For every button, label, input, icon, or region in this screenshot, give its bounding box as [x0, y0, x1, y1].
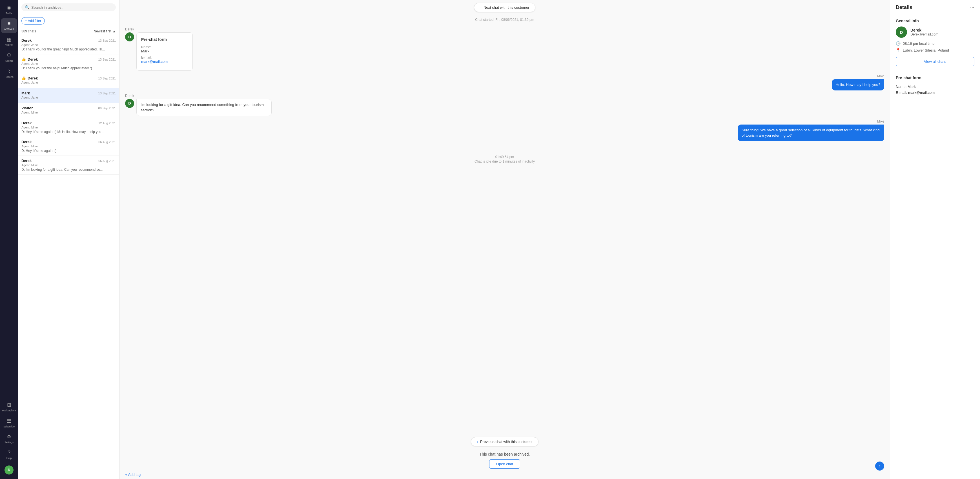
search-container: 🔍	[18, 0, 119, 15]
next-chat-button[interactable]: ↑ Next chat with this customer	[474, 3, 535, 12]
pc-email-label: E-mail:	[896, 91, 907, 95]
chat-item-agent: Agent: Jane	[21, 96, 116, 99]
chat-list-item[interactable]: Derek06 Aug 2021Agent: MikeD: Hey, It's …	[18, 137, 119, 156]
archive-panel: 🔍 + Add filter 389 chats Newest first ▲ …	[18, 0, 119, 479]
search-box[interactable]: 🔍	[21, 3, 116, 11]
traffic-icon: ◉	[7, 5, 11, 11]
chat-item-name: Mark	[21, 91, 30, 95]
chat-item-date: 13 Sep 2021	[98, 58, 116, 61]
chat-item-date: 13 Sep 2021	[98, 39, 116, 42]
chat-list-item[interactable]: Derek06 Aug 2021Agent: MikeD: I'm lookin…	[18, 156, 119, 175]
pre-chat-form-section: Pre-chat form Name: Mark E-mail: mark@ma…	[890, 71, 980, 102]
chat-count: 389 chats	[21, 29, 36, 33]
idle-time: 01:49:54 pm	[495, 155, 514, 159]
message-group-prechat: Derek D Pre-chat form Name: Mark E-mail:…	[125, 27, 884, 71]
filter-row: + Add filter	[18, 15, 119, 27]
nav-label-subscribe: Subscribe	[3, 425, 15, 428]
nav-item-archives[interactable]: ≡ Archives	[1, 18, 17, 33]
chat-list-item[interactable]: 👍Derek13 Sep 2021Agent: Jane	[18, 73, 119, 88]
nav-label-settings: Settings	[5, 441, 14, 444]
chat-item-preview: D: Thank you for the great help! Much ap…	[21, 47, 106, 51]
left-navigation: ◉ Traffic ≡ Archives ▦ Tickets ⚇ Agents …	[0, 0, 18, 479]
chat-main: ↑ Next chat with this customer Chat star…	[119, 0, 890, 479]
scroll-up-button[interactable]: ↑	[875, 461, 884, 471]
derek-msg1-bubble: I'm looking for a gift idea. Can you rec…	[136, 99, 272, 116]
chat-item-date: 12 Aug 2021	[98, 121, 116, 125]
prev-chat-button[interactable]: ↓ Previous chat with this customer	[471, 437, 539, 446]
user-info-row: D Derek Derek@email.com	[896, 27, 974, 38]
nav-item-tickets[interactable]: ▦ Tickets	[1, 34, 17, 49]
chat-item-name: Derek	[21, 159, 32, 163]
nav-item-agents[interactable]: ⚇ Agents	[1, 50, 17, 65]
pc-email-value: mark@mail.com	[908, 91, 935, 95]
chat-list-item[interactable]: Mark13 Sep 2021Agent: Jane	[18, 88, 119, 103]
user-avatar-nav[interactable]: D	[5, 465, 14, 477]
nav-label-agents: Agents	[5, 59, 13, 62]
greeting-bubble: Hello. How may I help you?	[832, 79, 884, 91]
nav-item-reports[interactable]: ⌇ Reports	[1, 66, 17, 81]
search-input[interactable]	[31, 5, 113, 10]
chat-list-item[interactable]: Visitor09 Sep 2021Agent: Mike	[18, 103, 119, 118]
nav-item-subscribe[interactable]: ☰ Subscribe	[1, 415, 17, 431]
sender-label-mike-2: Mike	[125, 119, 884, 123]
local-time: 08:16 pm local time	[903, 41, 935, 46]
nav-label-traffic: Traffic	[6, 12, 13, 15]
form-email-field: E-mail: mark@mail.com	[141, 56, 188, 64]
add-filter-button[interactable]: + Add filter	[21, 17, 45, 24]
reports-icon: ⌇	[8, 68, 10, 75]
user-avatar-large: D	[896, 27, 907, 38]
nav-item-marketplace[interactable]: ⊞ Marketplace	[1, 399, 17, 414]
pc-name-label: Name:	[896, 84, 907, 89]
subscribe-icon: ☰	[7, 418, 11, 424]
search-icon: 🔍	[25, 5, 30, 10]
chat-item-agent: Agent: Jane	[21, 62, 116, 65]
add-tag-button[interactable]: + Add tag	[125, 473, 141, 477]
chat-item-agent: Agent: Mike	[21, 145, 116, 148]
thumbs-up-icon: 👍	[21, 57, 26, 61]
sender-label-derek-2: Derek	[125, 94, 884, 98]
idle-divider: 01:49:54 pm Chat is idle due to 1 minute…	[125, 153, 884, 166]
location-row: 📍 Lubin, Lower Silesia, Poland	[896, 48, 974, 53]
chat-item-date: 06 Aug 2021	[98, 159, 116, 162]
chat-started-info: Chat started: Fri, 08/06/2021, 01:39 pm	[125, 18, 884, 22]
nav-label-reports: Reports	[5, 75, 14, 79]
form-email-label: E-mail:	[141, 56, 188, 59]
message-row-greeting: Hello. How may I help you?	[125, 79, 884, 91]
sort-button[interactable]: Newest first ▲	[94, 29, 116, 33]
message-group-mike1: Mike Sure thing! We have a great selecti…	[125, 119, 884, 141]
nav-item-traffic[interactable]: ◉ Traffic	[1, 2, 17, 17]
chevron-up-icon: ▲	[113, 29, 116, 33]
details-panel: Details ··· General info D Derek Derek@e…	[890, 0, 980, 479]
chat-item-preview: D: I'm looking for a gift idea. Can you …	[21, 168, 106, 172]
details-more-button[interactable]: ···	[970, 5, 974, 10]
nav-user-avatar: D	[5, 465, 14, 474]
details-title: Details	[896, 5, 912, 10]
chat-bottom-nav: ↓ Previous chat with this customer	[119, 434, 890, 449]
marketplace-icon: ⊞	[7, 402, 11, 408]
form-name-field: Name: Mark	[141, 45, 188, 53]
derek-avatar-2: D	[125, 99, 134, 108]
archive-list: Derek13 Sep 2021Agent: JaneD: Thank you …	[18, 35, 119, 479]
chat-list-item[interactable]: Derek13 Sep 2021Agent: JaneD: Thank you …	[18, 35, 119, 54]
chat-list-item[interactable]: Derek12 Aug 2021Agent: MikeD: Hey, It's …	[18, 118, 119, 137]
agents-icon: ⚇	[7, 52, 11, 58]
view-all-chats-button[interactable]: View all chats	[896, 57, 974, 66]
help-icon: ?	[8, 450, 10, 456]
chat-item-name: Derek	[21, 140, 32, 144]
nav-item-help[interactable]: ? Help	[1, 447, 17, 462]
open-chat-button[interactable]: Open chat	[489, 459, 520, 469]
sort-label: Newest first	[94, 29, 111, 33]
message-group-derek1: Derek D I'm looking for a gift idea. Can…	[125, 94, 884, 116]
chat-scroll-area[interactable]: Chat started: Fri, 08/06/2021, 01:39 pm …	[119, 15, 890, 434]
user-info-text: Derek Derek@email.com	[910, 28, 938, 37]
nav-label-help: Help	[6, 457, 12, 460]
chat-item-preview: D: Hey, It's me again! :)	[21, 149, 106, 153]
derek-avatar: D	[125, 32, 134, 41]
chat-item-name: Visitor	[21, 106, 33, 110]
arrow-up-icon: ↑	[480, 5, 482, 10]
chat-list-item[interactable]: 👍Derek13 Sep 2021Agent: JaneD: Thank you…	[18, 54, 119, 73]
nav-item-settings[interactable]: ⚙ Settings	[1, 431, 17, 446]
idle-msg: Chat is idle due to 1 minutes of inactiv…	[474, 159, 535, 164]
message-row-prechat: D Pre-chat form Name: Mark E-mail: mark@…	[125, 32, 884, 71]
chat-item-name: 👍Derek	[21, 76, 38, 80]
